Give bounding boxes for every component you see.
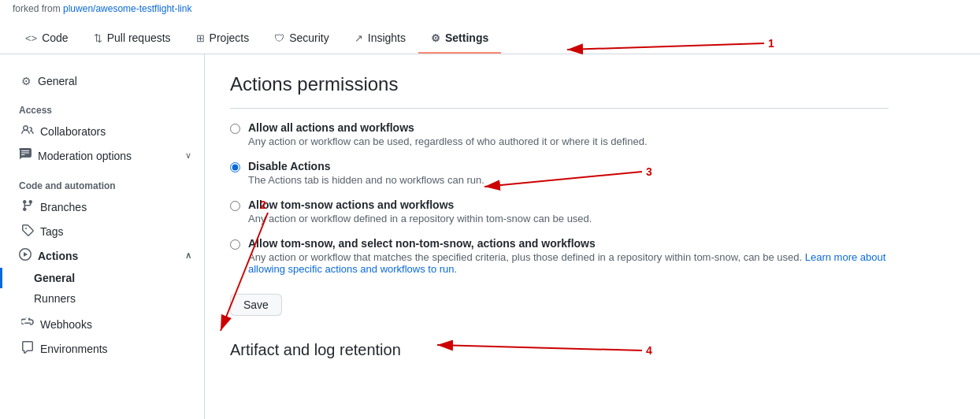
save-button[interactable]: Save: [230, 294, 282, 316]
radio-allow-tom-snow[interactable]: [230, 201, 240, 211]
projects-icon: ⊞: [196, 32, 205, 44]
tab-projects[interactable]: ⊞ Projects: [184, 24, 262, 54]
sidebar-item-actions[interactable]: Actions ∧: [0, 243, 204, 268]
access-section-label: Access: [0, 92, 204, 119]
radio-disable-actions-desc: The Actions tab is hidden and no workflo…: [248, 174, 484, 186]
environments-icon: [21, 341, 34, 356]
sidebar-item-environments[interactable]: Environments: [0, 336, 204, 361]
sidebar: ⚙ General Access Collaborators Moderatio…: [0, 54, 205, 419]
sidebar-sub-general[interactable]: General: [0, 268, 204, 288]
option-disable-actions: Disable Actions The Actions tab is hidde…: [230, 160, 889, 186]
actions-icon: [19, 248, 32, 263]
main-content: Actions permissions Allow all actions an…: [205, 54, 914, 419]
tags-icon: [21, 224, 34, 239]
radio-allow-tom-snow-non-label[interactable]: Allow tom-snow, and select non-tom-snow,…: [248, 237, 596, 250]
moderation-chevron: ∨: [185, 150, 191, 161]
sidebar-sub-runners[interactable]: Runners: [0, 288, 204, 309]
radio-allow-all-label[interactable]: Allow all actions and workflows: [248, 121, 414, 134]
option-allow-tom-snow-non: Allow tom-snow, and select non-tom-snow,…: [230, 237, 889, 275]
sidebar-item-webhooks[interactable]: Webhooks: [0, 312, 204, 336]
code-automation-section-label: Code and automation: [0, 168, 204, 195]
option-allow-tom-snow: Allow tom-snow actions and workflows Any…: [230, 198, 889, 224]
sidebar-item-moderation[interactable]: Moderation options ∨: [0, 143, 204, 168]
radio-disable-actions[interactable]: [230, 162, 240, 172]
nav-tabs: <> Code ⇅ Pull requests ⊞ Projects 🛡 Sec…: [13, 24, 967, 54]
tab-security[interactable]: 🛡 Security: [262, 24, 342, 54]
settings-icon: ⚙: [431, 32, 440, 44]
tab-pull-requests[interactable]: ⇅ Pull requests: [81, 24, 184, 54]
radio-allow-tom-snow-non-desc: Any action or workflow that matches the …: [248, 251, 889, 275]
collaborators-icon: [21, 124, 34, 139]
page-title: Actions permissions: [230, 73, 889, 95]
radio-allow-tom-snow-non[interactable]: [230, 239, 240, 250]
radio-allow-tom-snow-label[interactable]: Allow tom-snow actions and workflows: [248, 198, 454, 211]
radio-disable-actions-label[interactable]: Disable Actions: [248, 160, 331, 172]
tab-insights[interactable]: ↗ Insights: [342, 24, 418, 54]
insights-icon: ↗: [355, 32, 363, 44]
tab-code[interactable]: <> Code: [13, 24, 81, 54]
branches-icon: [21, 199, 34, 214]
gear-icon: ⚙: [21, 75, 32, 87]
radio-allow-all-desc: Any action or workflow can be used, rega…: [248, 135, 648, 147]
fork-info: forked from pluwen/awesome-testflight-li…: [13, 0, 967, 20]
pull-request-icon: ⇅: [94, 32, 102, 44]
sidebar-item-tags[interactable]: Tags: [0, 219, 204, 243]
code-icon: <>: [25, 32, 37, 44]
section-divider-top: [230, 108, 889, 109]
radio-allow-tom-snow-desc: Any action or workflow defined in a repo…: [248, 213, 592, 224]
webhooks-icon: [21, 317, 34, 332]
security-icon: 🛡: [274, 32, 284, 44]
moderation-icon: [19, 148, 32, 163]
sidebar-item-branches[interactable]: Branches: [0, 195, 204, 219]
radio-allow-all[interactable]: [230, 124, 240, 134]
artifact-title: Artifact and log retention: [230, 341, 889, 359]
fork-link[interactable]: pluwen/awesome-testflight-link: [63, 3, 191, 14]
tab-settings[interactable]: ⚙ Settings: [418, 24, 501, 54]
actions-chevron: ∧: [185, 250, 191, 261]
sidebar-item-collaborators[interactable]: Collaborators: [0, 119, 204, 143]
option-allow-all: Allow all actions and workflows Any acti…: [230, 121, 889, 147]
sidebar-item-general[interactable]: ⚙ General: [0, 70, 204, 92]
